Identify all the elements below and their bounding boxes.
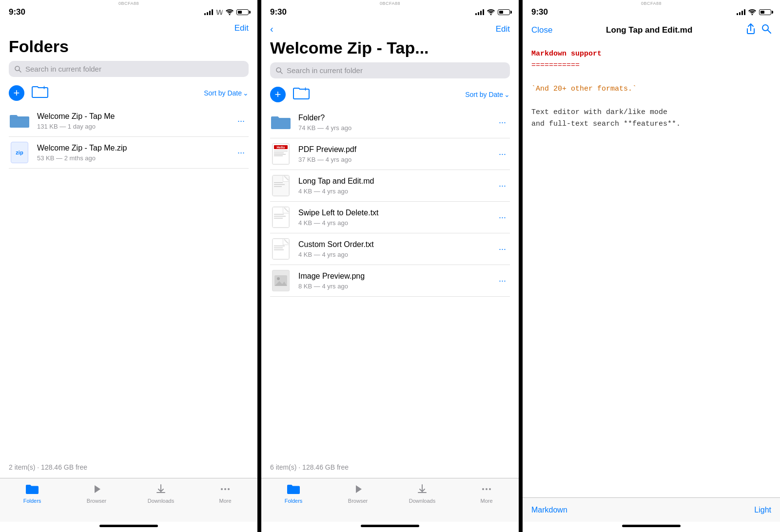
downloads-tab-icon: [154, 482, 168, 496]
pdf-icon: Hello: [270, 143, 292, 165]
editor-text-5: and full-text search **features**.: [531, 120, 681, 128]
file-info: Folder? 74 KB — 4 yrs ago: [298, 113, 488, 132]
device-id-1: 0BCFA88: [118, 1, 139, 6]
wifi-icon-1: [226, 9, 234, 15]
battery-icon-1: [236, 9, 249, 15]
browser-tab-icon: [90, 482, 103, 496]
svg-rect-28: [274, 218, 283, 219]
edit-button-1[interactable]: Edit: [234, 23, 249, 33]
file-item[interactable]: Folder? 74 KB — 4 yrs ago ···: [270, 107, 510, 138]
header-bar-2: ‹ Edit: [261, 21, 519, 38]
add-button-2[interactable]: +: [270, 87, 286, 102]
folder-add-button-1[interactable]: +: [31, 85, 49, 101]
file-meta: 37 KB — 4 yrs ago: [298, 156, 488, 163]
status-icons-2: [475, 9, 510, 15]
more-tab-icon: [480, 482, 493, 496]
tab-folders-1[interactable]: Folders: [0, 482, 64, 504]
svg-point-40: [489, 488, 491, 490]
file-item[interactable]: Swipe Left to Delete.txt 4 KB — 4 yrs ag…: [270, 202, 510, 233]
markdown-heading: Markdown support: [531, 50, 602, 58]
markdown-underline: ===========: [531, 61, 580, 70]
wifi-icon-3: [748, 9, 756, 15]
file-info: Long Tap and Edit.md 4 KB — 4 yrs ago: [298, 176, 488, 195]
file-item[interactable]: Hello PDF Preview.pdf 37 KB — 4 yrs ago …: [270, 138, 510, 170]
more-button[interactable]: ···: [495, 179, 510, 193]
more-button[interactable]: ···: [495, 147, 510, 161]
editor-content: Markdown support =========== `And 20+ ot…: [523, 40, 780, 277]
tab-browser-1[interactable]: Browser: [64, 482, 129, 504]
file-meta: 131 KB — 1 day ago: [37, 123, 227, 130]
tab-downloads-2[interactable]: Downloads: [390, 482, 454, 504]
tab-label: Downloads: [409, 498, 435, 504]
doc-file-icon: [272, 175, 290, 196]
tab-label: Downloads: [148, 498, 174, 504]
svg-rect-31: [274, 246, 285, 247]
svg-rect-22: [274, 184, 285, 185]
page-title-2: Welcome Zip - Tap...: [261, 38, 519, 62]
status-icons-1: 𝕎: [204, 9, 249, 16]
file-name: Swipe Left to Delete.txt: [298, 208, 488, 218]
tab-browser-2[interactable]: Browser: [326, 482, 390, 504]
file-item[interactable]: zip Welcome Zip - Tap Me.zip 53 KB — 2 m…: [9, 137, 249, 169]
file-info: PDF Preview.pdf 37 KB — 4 yrs ago: [298, 145, 488, 163]
edit-button-2[interactable]: Edit: [496, 24, 510, 34]
signal-icon-1: [204, 9, 213, 15]
more-button[interactable]: ···: [495, 210, 510, 225]
file-meta: 8 KB — 4 yrs ago: [298, 283, 488, 290]
tab-label: Browser: [348, 498, 368, 504]
share-button-3[interactable]: [746, 23, 756, 37]
tab-more-2[interactable]: More: [454, 482, 519, 504]
search-button-3[interactable]: [761, 24, 771, 36]
file-name: Welcome Zip - Tap Me.zip: [37, 143, 227, 153]
close-button-3[interactable]: Close: [531, 25, 552, 35]
sort-button-1[interactable]: Sort by Date ⌄: [204, 89, 249, 97]
file-list-2: Folder? 74 KB — 4 yrs ago ··· Hello: [261, 107, 519, 456]
svg-point-0: [229, 14, 231, 16]
editor-line-2: ===========: [531, 60, 771, 72]
back-button-2[interactable]: ‹: [270, 23, 273, 35]
toolbar-left-1: + +: [9, 85, 49, 101]
file-item[interactable]: Custom Sort Order.txt 4 KB — 4 yrs ago ·…: [270, 233, 510, 265]
tab-label: Folders: [23, 498, 41, 504]
folder-icon: [270, 112, 292, 133]
svg-point-42: [762, 25, 768, 31]
panel-welcome-zip: 0BCFA88 9:30 ‹ Edit Welcome Zip -: [257, 0, 519, 532]
file-info: Custom Sort Order.txt 4 KB — 4 yrs ago: [298, 240, 488, 258]
add-button-1[interactable]: +: [9, 85, 24, 101]
tab-more-1[interactable]: More: [193, 482, 257, 504]
search-bar-1[interactable]: Search in current folder: [9, 61, 249, 77]
svg-line-43: [768, 30, 771, 33]
file-item[interactable]: Welcome Zip - Tap Me 131 KB — 1 day ago …: [9, 105, 249, 137]
file-name: Long Tap and Edit.md: [298, 176, 488, 187]
search-bar-2[interactable]: Search in current folder: [270, 62, 510, 78]
tab-folders-2[interactable]: Folders: [261, 482, 326, 504]
file-name: PDF Preview.pdf: [298, 145, 488, 155]
image-thumbnail: [272, 270, 290, 291]
markdown-code: `And 20+ other formats.`: [531, 85, 637, 93]
svg-rect-16: [274, 152, 284, 153]
doc-file-icon: [272, 207, 290, 228]
more-button[interactable]: ···: [495, 242, 510, 256]
tab-downloads-1[interactable]: Downloads: [129, 482, 193, 504]
file-name: Image Preview.png: [298, 271, 488, 282]
markdown-mode-button[interactable]: Markdown: [531, 506, 567, 514]
folder-add-button-2[interactable]: +: [292, 86, 310, 103]
file-item[interactable]: Long Tap and Edit.md 4 KB — 4 yrs ago ··…: [270, 170, 510, 202]
toolbar-1: + + Sort by Date ⌄: [0, 83, 257, 105]
svg-line-10: [280, 72, 282, 74]
more-button[interactable]: ···: [495, 115, 510, 130]
svg-rect-15: [274, 151, 288, 152]
more-button[interactable]: ···: [234, 114, 249, 128]
sort-button-2[interactable]: Sort by Date ⌄: [465, 91, 510, 98]
toolbar-2: + + Sort by Date ⌄: [261, 84, 519, 107]
header-bar-3: Close Long Tap and Edit.md: [523, 21, 780, 40]
light-mode-button[interactable]: Light: [754, 506, 771, 514]
file-item[interactable]: Image Preview.png 8 KB — 4 yrs ago ···: [270, 265, 510, 297]
more-button[interactable]: ···: [495, 274, 510, 288]
svg-point-41: [752, 14, 753, 16]
file-meta: 74 KB — 4 yrs ago: [298, 124, 488, 132]
svg-point-6: [224, 488, 226, 490]
tab-label: More: [219, 498, 231, 504]
svg-rect-18: [274, 155, 283, 156]
more-button[interactable]: ···: [234, 146, 249, 160]
